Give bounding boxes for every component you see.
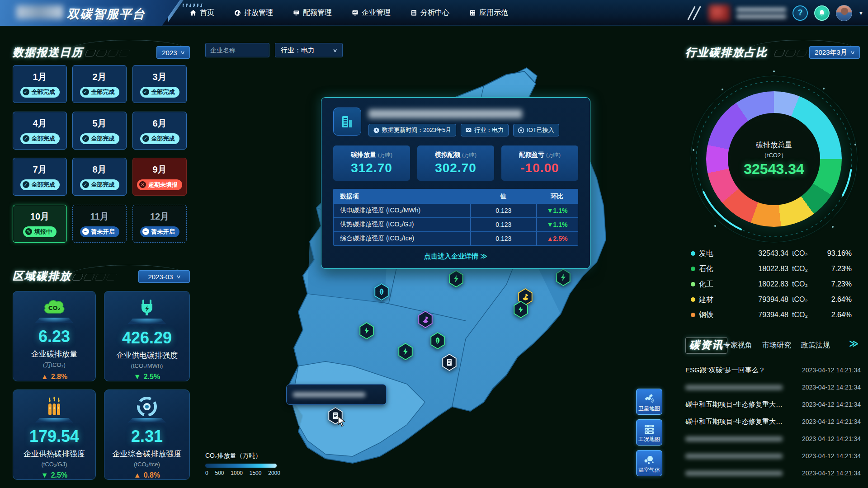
news-panel-title: 碳资讯: [685, 337, 727, 354]
nav-item-应用示范[interactable]: 应用示范: [469, 8, 508, 18]
news-tab-专家视角[interactable]: 专家视角: [723, 341, 752, 350]
month-status-badge: ✓全部完成: [20, 87, 60, 98]
month-label: 11月: [90, 211, 108, 223]
month-card-10月[interactable]: 10月✎填报中: [13, 205, 67, 243]
map-marker-leaf[interactable]: [374, 283, 389, 300]
news-item-time: 2023-04-12 14:21:34: [802, 452, 861, 460]
notifications-button[interactable]: [814, 5, 830, 21]
nav-item-label: 排放管理: [244, 8, 273, 18]
news-item[interactable]: 2023-04-12 14:21:34: [685, 430, 861, 447]
map-marker-bolt[interactable]: [556, 269, 571, 286]
status-badge-text: 全部完成: [91, 88, 115, 96]
month-card-4月[interactable]: 4月✓全部完成: [13, 112, 67, 150]
legend-dot-icon: [691, 267, 695, 271]
month-label: 5月: [92, 117, 106, 130]
month-status-badge: ✓全部完成: [20, 179, 60, 190]
status-badge-text: 超期未填报: [148, 181, 178, 189]
legend-percent: 2.64%: [815, 296, 860, 304]
table-cell-change: ▼1.1%: [536, 204, 578, 217]
news-item[interactable]: ESG跟“双碳”是一回事么？2023-04-12 14:21:34: [685, 361, 861, 379]
map-marker-bolt[interactable]: [359, 322, 374, 339]
news-tabs: 专家视角市场研究政策法规: [723, 341, 830, 350]
month-card-6月[interactable]: 6月✓全部完成: [132, 112, 187, 150]
industry-filter-dropdown[interactable]: 行业：电力 ∨: [275, 43, 343, 57]
news-tab-政策法规[interactable]: 政策法规: [801, 341, 830, 350]
popup-header-text: 数据更新时间：2023年5月行业：电力IOT已接入: [368, 108, 578, 136]
month-card-12月[interactable]: 12月−暂未开启: [132, 205, 187, 243]
region-period-dropdown[interactable]: 2023-03 ∨: [138, 270, 190, 283]
region-card-label: 企业碳排放量: [31, 349, 77, 359]
region-period-value: 2023-03: [148, 273, 173, 281]
map-button-温室气体[interactable]: 温室气体: [636, 450, 662, 476]
popup-stat-value: 302.70: [435, 161, 476, 175]
table-cell-value: 0.123: [470, 218, 536, 231]
nav-item-配额管理[interactable]: 配额管理: [293, 8, 332, 18]
popup-stat-value: -10.00: [520, 161, 559, 175]
map-marker-doc[interactable]: [442, 354, 457, 371]
status-badge-text: 填报中: [34, 228, 52, 236]
enterprise-detail-link[interactable]: 点击进入企业详情 ≫: [333, 252, 578, 261]
help-button[interactable]: ?: [793, 5, 808, 21]
map-marker-leaf[interactable]: [430, 332, 445, 349]
news-item[interactable]: 碳中和五期项目-生态修复重大工程2023-04-12 14:21:34: [685, 413, 861, 430]
map-marker-radiation[interactable]: [418, 311, 433, 328]
news-more-button[interactable]: ≫: [849, 338, 859, 349]
month-card-9月[interactable]: 9月✕超期未填报: [132, 158, 187, 196]
map-tooltip: [286, 384, 387, 405]
legend-tick: 1500: [250, 470, 262, 476]
nav-item-label: 应用示范: [479, 8, 508, 18]
popup-stat-模拟配额: 模拟配额 (万吨)302.70: [417, 145, 494, 181]
legend-name: 建材: [699, 295, 738, 305]
nav-item-排放管理[interactable]: 排放管理: [234, 8, 273, 18]
change-value: 2.5%: [51, 471, 67, 479]
news-item[interactable]: 2023-04-12 14:21:34: [685, 465, 861, 482]
map-button-工况地图[interactable]: 工况地图: [636, 419, 662, 446]
server-icon: [643, 424, 655, 435]
app-title: 双碳智服平台: [67, 6, 146, 22]
status-badge-icon: −: [82, 228, 89, 235]
map-marker-bolt[interactable]: [513, 301, 528, 318]
month-status-badge: ✓全部完成: [20, 133, 60, 144]
legend-dot-icon: [691, 282, 695, 286]
month-card-7月[interactable]: 7月✓全部完成: [13, 158, 67, 196]
legend-tick: 0: [205, 470, 208, 476]
nav-item-分析中心[interactable]: 分析中心: [410, 8, 449, 18]
month-card-3月[interactable]: 3月✓全部完成: [132, 65, 187, 103]
slashes-decoration: [691, 5, 704, 20]
map-marker-bolt[interactable]: [398, 343, 413, 360]
region-card-value: 426.29: [122, 328, 172, 347]
partner-logo-blurred: [708, 5, 730, 22]
legend-tick: 500: [215, 470, 224, 476]
news-item[interactable]: 碳中和五期项目-生态修复重大工程...2023-04-12 14:21:34: [685, 396, 861, 413]
calendar-year-dropdown[interactable]: 2023 ∨: [156, 46, 190, 59]
nav-item-企业管理[interactable]: 企业管理: [352, 8, 391, 18]
company-search-input[interactable]: [205, 43, 269, 57]
region-card-label: 企业供电碳排强度: [116, 350, 178, 361]
status-badge-icon: ✎: [25, 228, 32, 235]
change-value: 2.5%: [144, 373, 160, 381]
avatar-caret-icon[interactable]: ▼: [859, 10, 863, 16]
legend-unit: tCO₂: [788, 249, 815, 258]
month-card-8月[interactable]: 8月✓全部完成: [72, 158, 127, 196]
nav-item-首页[interactable]: 首页: [190, 8, 214, 18]
quota-icon: [293, 9, 300, 16]
table-cell-item: 综合碳排放强度 (tCO₂/tce): [334, 235, 470, 243]
month-status-badge: ✎填报中: [23, 226, 57, 237]
map-marker-bolt[interactable]: [448, 270, 464, 287]
map-button-卫星地图[interactable]: 卫星地图: [636, 389, 662, 415]
legend-dot-icon: [691, 251, 695, 256]
news-item[interactable]: 2023-04-12 14:21:34: [685, 447, 861, 465]
month-card-2月[interactable]: 2月✓全部完成: [72, 65, 127, 103]
user-avatar[interactable]: [836, 5, 852, 21]
month-card-11月[interactable]: 11月−暂未开启: [72, 205, 127, 243]
month-card-5月[interactable]: 5月✓全部完成: [72, 112, 127, 150]
industry-period-dropdown[interactable]: 2023年3月 ∨: [809, 46, 860, 59]
news-list: ESG跟“双碳”是一回事么？2023-04-12 14:21:342023-04…: [685, 361, 861, 482]
news-tab-市场研究[interactable]: 市场研究: [762, 341, 791, 350]
month-label: 6月: [152, 117, 166, 130]
news-item[interactable]: 2023-04-12 14:21:34: [685, 379, 861, 396]
status-badge-icon: ✕: [139, 181, 146, 188]
change-value: 0.8%: [144, 471, 160, 479]
month-card-1月[interactable]: 1月✓全部完成: [13, 65, 67, 103]
icon-pedestal: [128, 418, 166, 422]
